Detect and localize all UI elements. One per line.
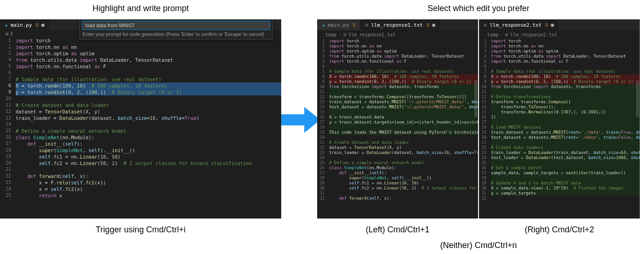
code-line[interactable] (491, 89, 640, 95)
code-area[interactable]: import torchimport torch.nn as nnimport … (16, 37, 281, 218)
code-line[interactable]: # Get a sample batch (491, 165, 640, 171)
scrollbar-vertical[interactable] (636, 80, 639, 117)
code-line[interactable] (329, 89, 478, 95)
code-line[interactable]: train_loader = DataLoader(train_dataset,… (491, 150, 640, 155)
code-line[interactable]: train_loader = DataLoader(dataset, batch… (16, 115, 281, 121)
code-line[interactable]: def forward(self, x): (329, 196, 478, 201)
code-line[interactable]: # Define a simple neural network model (329, 160, 478, 165)
code-line[interactable]: # Define transformations (491, 95, 640, 100)
code-line[interactable]: self.fc2 = nn.Linear(50, 2) # 2 output c… (16, 160, 281, 166)
code-line[interactable]: self.fc1 = nn.Linear(10, 50) (16, 154, 281, 160)
code-line[interactable] (329, 64, 478, 69)
code-line[interactable]: super(SimpleNet, self).__init__() (16, 147, 281, 154)
code-line[interactable]: transforms.Normalize((0.1307,), (0.3081,… (491, 110, 640, 115)
code-line[interactable]: # Create data loaders (491, 145, 640, 150)
code-line[interactable]: from torch.utils.data import DataLoader,… (491, 54, 640, 59)
code-line[interactable]: # Sample data (for illustration: use rea… (329, 69, 478, 74)
code-line[interactable]: # Create dataset and data loader (16, 102, 281, 108)
code-line[interactable]: import torch.optim as optim (16, 50, 281, 57)
code-line[interactable] (329, 155, 478, 160)
code-gen-prompt-input[interactable] (82, 21, 270, 30)
code-line[interactable]: import torch.nn.functional as F (16, 63, 281, 70)
code-line[interactable]: import torch.nn as nn (491, 44, 640, 49)
code-line[interactable]: test_dataset = datasets.MNIST('~/.pytorc… (329, 105, 478, 110)
code-line[interactable]: def __init__(self): (16, 141, 281, 147)
code-line[interactable]: import torch (491, 39, 640, 44)
code-line[interactable]: # Update X and y to match MNIST data (491, 181, 640, 186)
code-line[interactable]: def forward(self, x): (16, 173, 281, 179)
code-line[interactable]: This code loads the MNIST dataset using … (329, 130, 478, 135)
code-line[interactable]: # Sample data (for illustration: use rea… (491, 69, 640, 74)
code-line[interactable]: transforms.ToTensor(), (491, 105, 640, 110)
code-line[interactable]: self.fc1 = nn.Linear(10, 50) (329, 181, 478, 186)
code-line[interactable]: import torch.nn as nn (329, 44, 478, 49)
code-line[interactable]: y = torch.randint(0, 2, (100,)) # Binary… (491, 79, 640, 84)
code-line[interactable] (16, 95, 281, 102)
code-line[interactable]: from torch.utils.data import DataLoader,… (329, 54, 478, 59)
code-line[interactable]: from torchvision import datasets, transf… (491, 84, 640, 89)
code-line[interactable]: X = torch.randn(100, 10) # 100 samples, … (329, 74, 478, 79)
code-line[interactable]: y = torch.randint(0, 2, (100,)) # Binary… (16, 89, 281, 95)
code-line[interactable] (329, 135, 478, 140)
code-line[interactable] (491, 120, 640, 125)
code-line[interactable]: # Create dataset and data loader (329, 140, 478, 145)
code-line[interactable] (491, 176, 640, 181)
code-line[interactable]: X = torch.randn(100, 10) # 100 samples, … (491, 74, 640, 79)
code-line[interactable]: import torch.nn.functional as F (329, 59, 478, 64)
code-line[interactable]: return x (16, 192, 281, 199)
code-line[interactable]: sample_data, sample_targets = next(iter(… (491, 171, 640, 176)
code-line[interactable]: dataset = TensorDataset(X, y) (16, 108, 281, 115)
code-line[interactable]: # Load MNIST dataset (491, 125, 640, 130)
code-line[interactable] (491, 64, 640, 69)
tab-llm-response1[interactable]: ≡ llm_response1.txt U ● (360, 19, 440, 30)
code-line[interactable]: from torchvision import datasets, transf… (329, 84, 478, 89)
tab-llm-response2[interactable]: ≡ llm_response2.txt U ● (479, 19, 559, 30)
code-line[interactable]: import torch.optim as optim (329, 49, 478, 54)
code-line[interactable]: class SimpleNet(nn.Module): (329, 165, 478, 171)
code-line[interactable]: y = torch.randint(0, 2, (100,)) # Binary… (329, 79, 478, 84)
code-line[interactable]: dataset = TensorDataset(X, y) (329, 145, 478, 150)
breadcrumb-response1[interactable]: .temp › ≡ llm_response1.txt (317, 30, 478, 39)
code-line[interactable]: x = self.fc2(x) (16, 186, 281, 192)
code-line[interactable] (491, 196, 640, 201)
code-line[interactable]: from torch.utils.data import DataLoader,… (16, 57, 281, 63)
code-line[interactable]: ]) (491, 115, 640, 120)
code-line[interactable]: transform = transforms.Compose([ (491, 100, 640, 105)
code-area[interactable]: import torchimport torch.nn as nnimport … (491, 39, 640, 219)
code-line[interactable] (16, 166, 281, 173)
code-line[interactable] (329, 191, 478, 196)
code-line[interactable] (491, 160, 640, 165)
code-line[interactable]: train_dataset = datasets.MNIST(root='./d… (491, 130, 640, 135)
code-line[interactable]: X = torch.randn(100, 10) # 100 samples, … (16, 83, 281, 89)
tab-main-py[interactable]: ⬥ main.py U ● (0, 19, 49, 30)
code-line[interactable]: x = F.relu(self.fc1(x)) (16, 179, 281, 186)
code-line[interactable]: train_dataset = datasets.MNIST('~/.pytor… (329, 100, 478, 105)
code-line[interactable]: import torch.nn as nn (16, 44, 281, 50)
code-line[interactable] (491, 140, 640, 145)
code-line[interactable]: train_loader = DataLoader(dataset, batch… (329, 150, 478, 155)
code-line[interactable]: X = train_dataset.data (329, 115, 478, 120)
code-line[interactable]: import torch.optim as optim (491, 49, 640, 54)
code-line[interactable]: transform = transforms.Compose([transfor… (329, 95, 478, 100)
code-line[interactable] (329, 125, 478, 130)
breadcrumb-response2[interactable]: .temp › ≡ llm_response2.txt (479, 30, 640, 39)
code-line[interactable]: test_dataset = datasets.MNIST(root='./da… (491, 135, 640, 140)
code-line[interactable]: import torch (329, 39, 478, 44)
code-line[interactable]: super(SimpleNet, self).__init__() (329, 176, 478, 181)
code-line[interactable]: test_loader = DataLoader(test_dataset, b… (491, 155, 640, 160)
code-line[interactable]: def __init__(self): (329, 171, 478, 176)
code-line[interactable] (16, 121, 281, 128)
code-line[interactable]: # Sample data (for illustration: use rea… (16, 76, 281, 83)
scrollbar-vertical[interactable] (474, 80, 477, 117)
code-line[interactable]: X = sample_data.view(-1, 28*28) # Flatte… (491, 186, 640, 191)
code-line[interactable]: # Define a simple neural network model (16, 128, 281, 134)
code-line[interactable] (329, 110, 478, 115)
code-area[interactable]: import torchimport torch.nn as nnimport … (329, 39, 478, 219)
code-line[interactable]: self.fc2 = nn.Linear(50, 2) # 2 output c… (329, 186, 478, 191)
code-line[interactable]: import torch.nn.functional as F (491, 59, 640, 64)
tab-main-py-inactive[interactable]: ⬥ main.py U (317, 19, 360, 30)
code-line[interactable]: y = sample_targets (491, 191, 640, 196)
code-line[interactable]: y = train_dataset.targets<|eom_id|><|sta… (329, 120, 478, 125)
code-line[interactable] (16, 70, 281, 76)
code-line[interactable]: class SimpleNet(nn.Module): (16, 134, 281, 141)
